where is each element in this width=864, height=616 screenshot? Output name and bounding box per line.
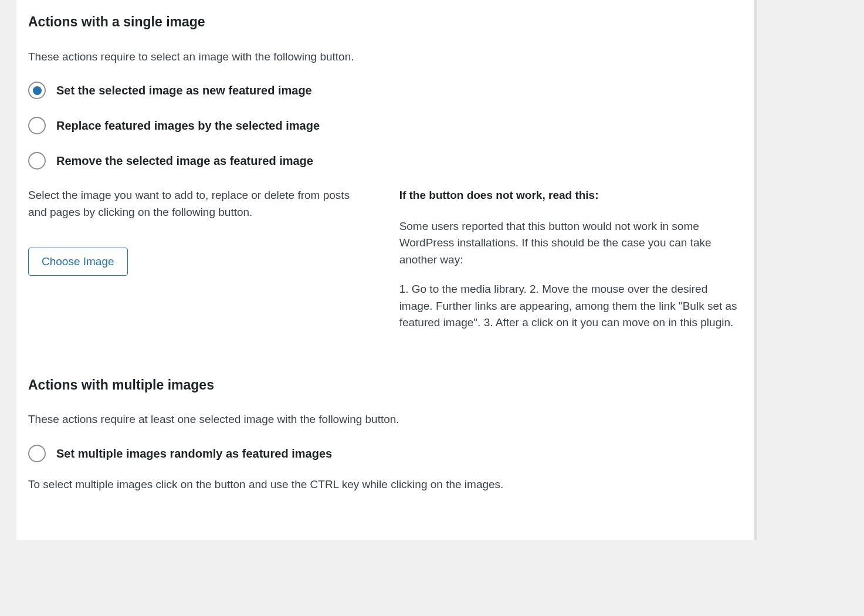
- radio-option-replace-featured[interactable]: Replace featured images by the selected …: [28, 117, 743, 134]
- radio-label: Remove the selected image as featured im…: [56, 152, 313, 170]
- help-paragraph-1: Some users reported that this button wou…: [399, 218, 743, 269]
- radio-option-set-multiple-random[interactable]: Set multiple images randomly as featured…: [28, 445, 743, 462]
- radio-icon: [28, 82, 46, 99]
- single-image-actions-description: These actions require to select an image…: [28, 49, 743, 66]
- single-image-details-row: Select the image you want to add to, rep…: [28, 187, 743, 344]
- radio-option-remove-featured[interactable]: Remove the selected image as featured im…: [28, 152, 743, 170]
- radio-label: Replace featured images by the selected …: [56, 117, 320, 134]
- choose-image-column: Select the image you want to add to, rep…: [28, 187, 371, 276]
- radio-option-set-featured[interactable]: Set the selected image as new featured i…: [28, 82, 743, 99]
- single-image-actions-heading: Actions with a single image: [28, 12, 743, 32]
- multiple-images-instruction: To select multiple images click on the b…: [28, 476, 743, 493]
- multiple-images-actions-heading: Actions with multiple images: [28, 375, 743, 395]
- help-column: If the button does not work, read this: …: [399, 187, 743, 344]
- help-heading: If the button does not work, read this:: [399, 187, 743, 204]
- settings-panel: Actions with a single image These action…: [16, 0, 757, 540]
- radio-icon: [28, 117, 46, 134]
- radio-icon: [28, 445, 46, 462]
- choose-image-button[interactable]: Choose Image: [28, 248, 128, 276]
- radio-icon: [28, 152, 46, 170]
- multiple-images-actions-description: These actions require at least one selec…: [28, 411, 743, 428]
- radio-label: Set multiple images randomly as featured…: [56, 445, 332, 462]
- radio-label: Set the selected image as new featured i…: [56, 82, 312, 99]
- help-paragraph-2: 1. Go to the media library. 2. Move the …: [399, 281, 743, 331]
- choose-image-description: Select the image you want to add to, rep…: [28, 187, 371, 221]
